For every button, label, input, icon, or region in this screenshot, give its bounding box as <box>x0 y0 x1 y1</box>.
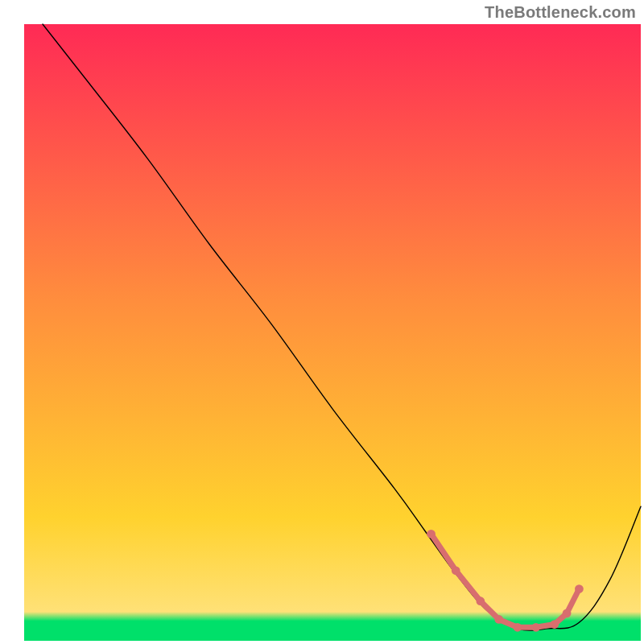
watermark-label: TheBottleneck.com <box>485 3 636 22</box>
bottleneck-chart <box>0 0 644 644</box>
